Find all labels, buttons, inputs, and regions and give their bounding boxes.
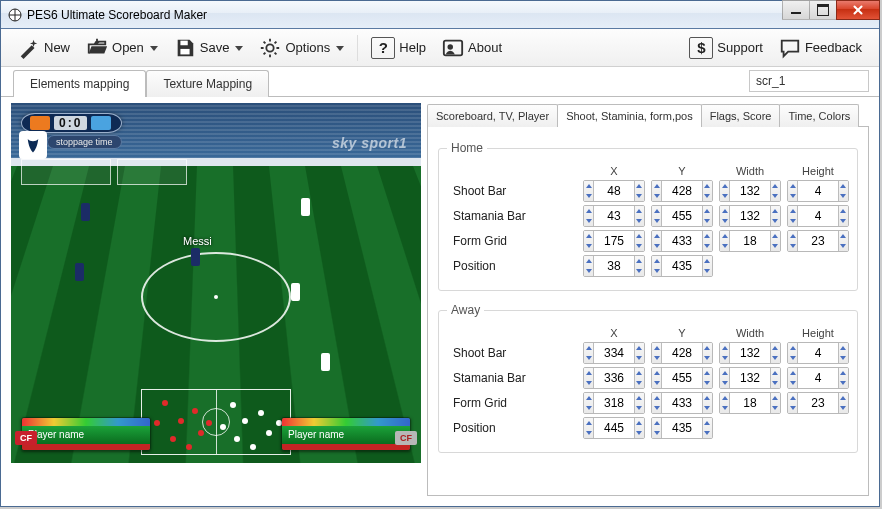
away-stamania-y[interactable] [651, 367, 713, 389]
group-away-legend: Away [447, 303, 484, 317]
tab-flags-score[interactable]: Flags, Score [701, 104, 781, 127]
speech-bubble-icon [779, 37, 801, 59]
properties-content: Home X Y Width Height Shoot Bar [427, 127, 869, 496]
away-shoot-w[interactable] [719, 342, 781, 364]
home-position-badge: CF [15, 431, 37, 445]
home-shoot-x[interactable] [583, 180, 645, 202]
home-player-name: Player name [22, 426, 150, 444]
row-home-shoot: Shoot Bar [447, 180, 849, 202]
home-position-y[interactable] [651, 255, 713, 277]
new-button[interactable]: New [11, 32, 77, 64]
save-icon [174, 37, 196, 59]
mini-pitch [141, 389, 291, 455]
minimize-button[interactable] [782, 0, 810, 20]
save-button[interactable]: Save [167, 32, 251, 64]
svg-rect-1 [180, 40, 187, 45]
app-window: PES6 Ultimate Scoreboard Maker New Open [0, 0, 880, 507]
away-shoot-y[interactable] [651, 342, 713, 364]
home-form-w[interactable] [719, 230, 781, 252]
overlay-region[interactable] [21, 159, 111, 185]
home-stamania-h[interactable] [787, 205, 849, 227]
away-player-panel: Player name [281, 417, 411, 451]
home-badge-icon [30, 116, 50, 130]
feedback-button[interactable]: Feedback [772, 32, 869, 64]
tab-time-colors[interactable]: Time, Colors [779, 104, 859, 127]
home-player-panel: Player name [21, 417, 151, 451]
row-away-form: Form Grid [447, 392, 849, 414]
tab-texture-mapping[interactable]: Texture Mapping [146, 70, 269, 97]
home-stamania-w[interactable] [719, 205, 781, 227]
home-form-h[interactable] [787, 230, 849, 252]
row-away-position: Position [447, 417, 849, 439]
about-button[interactable]: About [435, 32, 509, 64]
away-stamania-w[interactable] [719, 367, 781, 389]
maximize-button[interactable] [809, 0, 837, 20]
away-form-y[interactable] [651, 392, 713, 414]
subbar: Elements mapping Texture Mapping [1, 67, 879, 97]
player-sprite [301, 198, 310, 216]
player-sprite [75, 263, 84, 281]
tab-elements-mapping[interactable]: Elements mapping [13, 70, 146, 97]
group-home-legend: Home [447, 141, 487, 155]
away-badge-icon [91, 116, 111, 130]
row-home-stamania: Stamania Bar [447, 205, 849, 227]
col-x: X [583, 165, 645, 177]
away-position-badge: CF [395, 431, 417, 445]
tab-shoot-stamina-form-pos[interactable]: Shoot, Staminia, form,pos [557, 104, 702, 127]
away-form-h[interactable] [787, 392, 849, 414]
window-buttons [783, 0, 880, 20]
preview-name-input[interactable] [749, 70, 869, 92]
col-height: Height [787, 327, 849, 339]
away-stamania-h[interactable] [787, 367, 849, 389]
home-shoot-y[interactable] [651, 180, 713, 202]
overlay-region[interactable] [117, 159, 187, 185]
score-text: 0:0 [54, 116, 87, 130]
main-area: sky sport1 0:0 stoppage time [1, 97, 879, 506]
row-home-form: Form Grid [447, 230, 849, 252]
toolbar: New Open Save Options ? Help [1, 29, 879, 67]
col-width: Width [719, 165, 781, 177]
away-stamania-x[interactable] [583, 367, 645, 389]
gear-icon [259, 37, 281, 59]
group-home: Home X Y Width Height Shoot Bar [438, 141, 858, 291]
wand-icon [18, 37, 40, 59]
home-position-x[interactable] [583, 255, 645, 277]
group-away: Away X Y Width Height Shoot Bar [438, 303, 858, 453]
svg-point-5 [448, 44, 454, 50]
titlebar[interactable]: PES6 Ultimate Scoreboard Maker [1, 1, 879, 29]
support-button[interactable]: $ Support [682, 32, 770, 64]
separator [357, 35, 358, 61]
home-form-x[interactable] [583, 230, 645, 252]
open-button[interactable]: Open [79, 32, 165, 64]
away-position-x[interactable] [583, 417, 645, 439]
options-button[interactable]: Options [252, 32, 351, 64]
home-shoot-w[interactable] [719, 180, 781, 202]
col-width: Width [719, 327, 781, 339]
away-shoot-h[interactable] [787, 342, 849, 364]
person-card-icon [442, 37, 464, 59]
svg-rect-2 [180, 48, 189, 53]
game-preview[interactable]: sky sport1 0:0 stoppage time [11, 103, 421, 463]
stoppage-label: stoppage time [47, 135, 122, 149]
away-position-y[interactable] [651, 417, 713, 439]
help-button[interactable]: ? Help [364, 32, 433, 64]
home-form-y[interactable] [651, 230, 713, 252]
row-away-stamania: Stamania Bar [447, 367, 849, 389]
help-icon: ? [371, 37, 395, 59]
center-dot [214, 295, 218, 299]
property-tabs: Scoreboard, TV, Player Shoot, Staminia, … [427, 103, 869, 127]
home-stamania-y[interactable] [651, 205, 713, 227]
away-shoot-x[interactable] [583, 342, 645, 364]
app-icon [7, 7, 23, 23]
row-home-position: Position [447, 255, 849, 277]
player-label: Messi [183, 235, 212, 247]
dollar-icon: $ [689, 37, 713, 59]
home-shoot-h[interactable] [787, 180, 849, 202]
away-form-w[interactable] [719, 392, 781, 414]
away-form-x[interactable] [583, 392, 645, 414]
chevron-down-icon [336, 41, 344, 55]
bottom-hud: Player name CF Player name CF [21, 385, 411, 455]
home-stamania-x[interactable] [583, 205, 645, 227]
close-button[interactable] [836, 0, 880, 20]
tab-scoreboard-tv-player[interactable]: Scoreboard, TV, Player [427, 104, 558, 127]
